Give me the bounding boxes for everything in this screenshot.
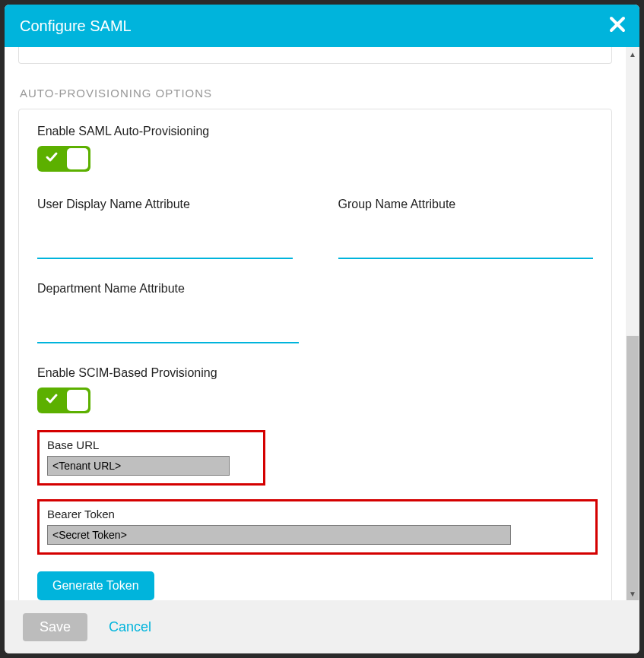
base-url-input[interactable] [47,456,230,476]
base-url-highlight: Base URL [37,430,265,486]
previous-section-card [18,47,612,64]
user-display-name-label: User Display Name Attribute [37,198,293,211]
department-name-label: Department Name Attribute [37,282,299,296]
enable-saml-label: Enable SAML Auto-Provisioning [37,125,593,138]
check-icon [45,150,59,167]
bearer-token-input[interactable] [47,525,511,545]
user-display-name-input[interactable] [37,234,293,259]
scroll-up-icon[interactable]: ▲ [626,47,639,61]
dialog-titlebar: Configure SAML [5,5,639,47]
enable-scim-label: Enable SCIM-Based Provisioning [37,366,593,380]
bearer-token-highlight: Bearer Token [37,499,598,555]
dialog-footer: Save Cancel [5,600,639,653]
enable-scim-toggle[interactable] [37,388,90,413]
cancel-button[interactable]: Cancel [109,619,151,635]
group-name-label: Group Name Attribute [338,198,594,211]
toggle-knob [67,148,88,169]
scroll-down-icon[interactable]: ▼ [626,587,639,600]
close-icon[interactable] [609,16,626,36]
base-url-label: Base URL [47,438,255,451]
check-icon [45,392,59,409]
auto-provisioning-card: Enable SAML Auto-Provisioning User Displ… [18,109,612,600]
configure-saml-dialog: Configure SAML AUTO-PROVISIONING OPTIONS… [5,5,639,653]
generate-token-button[interactable]: Generate Token [37,571,154,600]
scrollbar[interactable]: ▲ ▼ [626,47,639,600]
section-heading: AUTO-PROVISIONING OPTIONS [20,87,626,100]
save-button[interactable]: Save [23,613,87,641]
dialog-body: AUTO-PROVISIONING OPTIONS Enable SAML Au… [5,47,639,600]
department-name-input[interactable] [37,318,299,343]
group-name-input[interactable] [338,234,594,259]
scrollbar-thumb[interactable] [627,336,639,609]
bearer-token-label: Bearer Token [47,508,588,520]
toggle-knob [67,390,88,411]
enable-saml-toggle[interactable] [37,146,90,172]
dialog-title: Configure SAML [20,17,132,35]
